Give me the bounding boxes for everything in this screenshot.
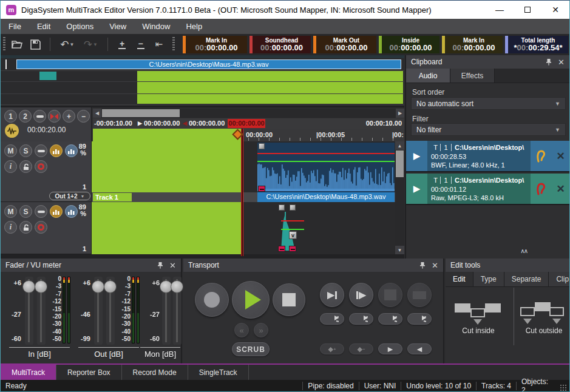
tab-multitrack[interactable]: MultiTrack — [1, 365, 56, 380]
scrollbar-thumb[interactable] — [102, 109, 180, 117]
zoom-in-icon[interactable]: + — [114, 36, 130, 52]
track1-area[interactable] — [92, 141, 395, 192]
tab-record-mode[interactable]: Record Mode — [122, 365, 188, 380]
forward-button[interactable]: » — [254, 323, 268, 337]
zoom-out-icon[interactable]: − — [133, 36, 149, 52]
play-to-end-button[interactable]: ▶ — [320, 283, 344, 307]
menu-help[interactable]: Help — [178, 19, 210, 34]
collapse-button[interactable] — [33, 110, 46, 123]
delete-clip-icon[interactable]: ✕ — [551, 141, 570, 171]
toolbar-grip[interactable] — [172, 37, 175, 52]
tab-edit[interactable]: Edit — [446, 272, 473, 286]
mark-zoom-icon[interactable] — [48, 110, 61, 123]
menu-edit[interactable]: Edit — [29, 19, 58, 34]
pin-icon[interactable] — [546, 58, 552, 66]
loop-button-4[interactable] — [407, 313, 432, 325]
overview-clip[interactable] — [39, 72, 56, 80]
object-level-line-red[interactable] — [281, 220, 304, 221]
horizontal-scrollbar[interactable]: ◀ ▶ — [93, 109, 404, 118]
add-marker-button[interactable]: ◆+ — [320, 343, 344, 354]
fader-mon-right[interactable] — [173, 277, 182, 345]
scrollbar-thumb[interactable] — [396, 150, 404, 177]
collapse-track-button[interactable] — [35, 205, 47, 218]
scroll-up-icon[interactable]: ▲ — [395, 141, 404, 150]
remove-marker-button[interactable] — [258, 186, 265, 192]
scroll-right-icon[interactable]: ▶ — [396, 109, 404, 118]
save-icon[interactable] — [28, 36, 44, 52]
pin-icon[interactable] — [157, 262, 163, 269]
prelisten-ear-icon[interactable] — [531, 174, 551, 204]
meter-blue-button[interactable] — [65, 144, 78, 157]
tab-reporter-box[interactable]: Reporter Box — [56, 365, 122, 380]
clipboard-item[interactable]: ▶ T1C:\Users\nin\Desktop\ 00:00:28.53 BW… — [406, 141, 570, 172]
zoom-minus-button[interactable]: − — [77, 110, 90, 123]
track1-name-chip[interactable]: Track 1 — [93, 193, 132, 201]
overview-file-bar[interactable]: C:\Users\nin\Desktop\Maus-48.mp3.wav — [16, 59, 401, 69]
object-level-line-green[interactable] — [257, 161, 395, 162]
info-button[interactable]: i — [4, 160, 17, 173]
redo-icon[interactable]: ↷▼ — [80, 36, 101, 52]
fade-handle[interactable] — [259, 143, 265, 149]
play-skip-button[interactable]: ▶▶ — [407, 283, 432, 307]
menu-file[interactable]: File — [1, 19, 29, 34]
delete-clip-icon[interactable]: ✕ — [551, 174, 570, 204]
track2-area[interactable]: v — [92, 202, 395, 254]
zoom-plus-button[interactable]: + — [63, 110, 75, 123]
scrub-button[interactable]: SCRUB — [232, 342, 270, 356]
collapse-track-button[interactable] — [35, 144, 47, 157]
volume-point-marker[interactable]: v — [289, 231, 297, 239]
loop-button-1[interactable] — [320, 313, 344, 325]
object-level-line-red[interactable] — [257, 153, 395, 154]
tab-type[interactable]: Type — [473, 272, 504, 286]
select-2-button[interactable]: 2 — [19, 110, 32, 123]
mute-button[interactable]: M — [4, 205, 17, 218]
tab-singletrack[interactable]: SingleTrack — [188, 365, 249, 380]
close-button[interactable]: ✕ — [541, 1, 569, 19]
record-button[interactable] — [195, 283, 229, 317]
menu-view[interactable]: View — [101, 19, 134, 34]
fader-knob[interactable] — [22, 280, 35, 293]
resize-grip[interactable] — [560, 384, 567, 391]
filter-select[interactable]: No filter▼ — [411, 123, 566, 136]
close-panel-icon[interactable]: ✕ — [558, 58, 565, 67]
stop-button[interactable] — [273, 283, 305, 316]
project-overview[interactable]: C:\Users\nin\Desktop\Maus-48.mp3.wav — [1, 55, 404, 107]
maximize-button[interactable] — [514, 1, 541, 19]
open-file-icon[interactable] — [9, 36, 25, 52]
rewind-button[interactable]: « — [234, 323, 249, 337]
meter-orange-button[interactable] — [50, 144, 63, 157]
record-arm-button[interactable] — [35, 160, 47, 173]
remove-marker-button[interactable] — [289, 246, 296, 252]
solo-button[interactable]: S — [19, 205, 32, 218]
record-arm-button[interactable] — [35, 221, 47, 234]
lock-button[interactable] — [19, 160, 32, 173]
loop-button-2[interactable] — [349, 313, 373, 325]
prelisten-ear-icon[interactable] — [531, 141, 551, 171]
scroll-down-icon[interactable]: ▼ — [395, 246, 404, 254]
fader-knob[interactable] — [171, 280, 183, 293]
cut-outside-button[interactable]: Cut outside — [516, 301, 570, 335]
chevron-up-icon[interactable]: ∧∧ — [520, 248, 527, 254]
fader-knob[interactable] — [92, 280, 104, 293]
toolbar-grip[interactable] — [3, 37, 5, 52]
time-ruler[interactable]: 00:00:00 |00:00:05 |00: — [93, 129, 404, 141]
tab-separate[interactable]: Separate — [504, 272, 549, 286]
close-panel-icon[interactable]: ✕ — [432, 261, 438, 270]
track1-output-select[interactable]: Out 1+2▼ — [49, 192, 90, 200]
fade-handle[interactable] — [279, 204, 285, 211]
marker-flag-icon[interactable]: ◀ — [183, 120, 187, 126]
info-button[interactable]: i — [4, 221, 17, 234]
playhead-line[interactable] — [241, 129, 243, 256]
close-panel-icon[interactable]: ✕ — [169, 261, 176, 270]
meter-blue-button[interactable] — [65, 205, 78, 218]
menu-window[interactable]: Window — [134, 19, 178, 34]
fader-out-right[interactable] — [106, 277, 115, 345]
fader-in-right[interactable] — [37, 277, 46, 345]
object-level-line-green[interactable] — [281, 229, 304, 230]
marker-flag-icon[interactable]: ▶ — [138, 120, 142, 126]
fader-out-left[interactable] — [94, 277, 103, 345]
play-clip-icon[interactable]: ▶ — [406, 141, 427, 171]
fade-handle[interactable] — [290, 204, 296, 211]
fader-in-left[interactable] — [25, 277, 33, 345]
pin-icon[interactable] — [419, 262, 426, 269]
